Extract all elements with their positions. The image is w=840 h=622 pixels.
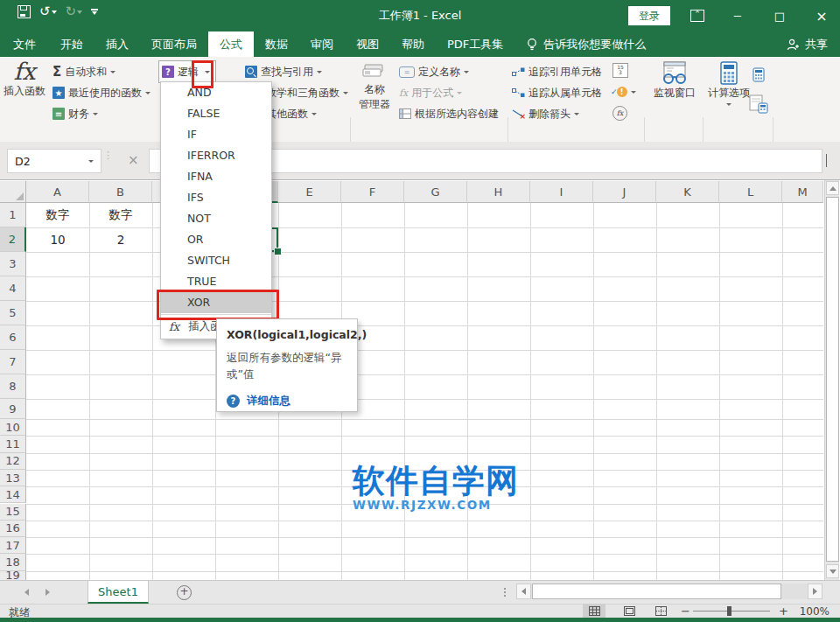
column-header-H[interactable]: H [467, 181, 530, 203]
row-header-18[interactable]: 18 [0, 554, 26, 570]
column-header-I[interactable]: I [530, 181, 593, 203]
row-header-7[interactable]: 7 [0, 350, 26, 374]
name-box-dropdown-arrow[interactable] [88, 160, 94, 163]
evaluate-formula-button[interactable]: fx [612, 104, 627, 122]
expand-formula-bar-button[interactable] [826, 154, 827, 166]
vertical-scrollbar[interactable] [824, 180, 839, 580]
insert-function-button[interactable]: fx 插入函数 [2, 59, 47, 99]
error-checking-button[interactable]: ✓ ! [611, 83, 636, 101]
horizontal-scrollbar[interactable] [516, 584, 822, 599]
create-from-selection-button[interactable]: 根据所选内容创建 [399, 105, 499, 122]
column-header-A[interactable]: A [26, 181, 89, 203]
zoom-out-button[interactable]: − [681, 605, 690, 618]
cell-B2[interactable]: 2 [89, 227, 152, 252]
remove-arrows-button[interactable]: × 删除箭头 [512, 105, 579, 122]
calculate-now-button[interactable] [752, 66, 765, 83]
scroll-left-button[interactable] [516, 584, 531, 599]
row-header-4[interactable]: 4 [0, 276, 26, 301]
share-button[interactable]: 共享 [787, 31, 828, 57]
horizontal-scroll-thumb[interactable] [532, 584, 781, 599]
lookup-reference-button[interactable]: 查找与引用 [245, 63, 322, 80]
ribbon-display-options-button[interactable]: ⌃ [688, 7, 707, 24]
fill-handle[interactable] [274, 248, 282, 255]
cell-B1[interactable]: 数字 [89, 203, 152, 227]
tab-帮助[interactable]: 帮助 [390, 31, 436, 57]
cancel-icon[interactable]: × [128, 152, 139, 168]
trace-dependents-button[interactable]: 追踪从属单元格 [512, 84, 602, 101]
row-header-8[interactable]: 8 [0, 374, 26, 399]
minimize-button[interactable]: ─ [728, 7, 747, 24]
sheet-tab[interactable]: Sheet1 [88, 581, 149, 604]
tab-开始[interactable]: 开始 [49, 31, 94, 57]
tab-文件[interactable]: 文件 [0, 31, 49, 57]
show-formulas-button[interactable]: 153 [612, 61, 628, 79]
menu-item-AND[interactable]: AND [161, 82, 271, 103]
scroll-down-button[interactable] [826, 564, 839, 578]
tab-审阅[interactable]: 审阅 [299, 31, 345, 57]
cell-A1[interactable]: 数字 [26, 203, 89, 227]
page-break-view-button[interactable] [649, 604, 672, 618]
zoom-slider-track[interactable] [693, 611, 770, 612]
scroll-right-button[interactable] [808, 584, 822, 599]
row-header-3[interactable]: 3 [0, 252, 26, 276]
tab-PDF工具集[interactable]: PDF工具集 [436, 31, 514, 57]
row-header-2[interactable]: 2 [0, 227, 26, 252]
tab-数据[interactable]: 数据 [254, 31, 299, 57]
use-in-formula-button[interactable]: fx 用于公式 [399, 84, 462, 101]
tab-公式[interactable]: 公式 [208, 31, 254, 57]
zoom-slider-thumb[interactable] [727, 606, 732, 616]
tooltip-more-link[interactable]: 详细信息 [247, 394, 290, 409]
maximize-button[interactable]: □ [770, 7, 789, 24]
name-box[interactable]: D2 [7, 149, 102, 173]
row-header-17[interactable]: 17 [0, 537, 26, 554]
row-header-9[interactable]: 9 [0, 399, 26, 419]
menu-item-NOT[interactable]: NOT [161, 208, 271, 229]
close-button[interactable]: × [812, 7, 831, 24]
next-sheet-button[interactable] [46, 589, 50, 596]
column-header-L[interactable]: L [719, 181, 782, 203]
column-header-M[interactable]: M [782, 181, 823, 203]
column-header-G[interactable]: G [404, 181, 467, 203]
column-header-K[interactable]: K [656, 181, 719, 203]
tab-视图[interactable]: 视图 [345, 31, 390, 57]
menu-item-IFERROR[interactable]: IFERROR [161, 145, 271, 166]
scroll-up-button[interactable] [826, 181, 839, 195]
menu-item-SWITCH[interactable]: SWITCH [161, 250, 271, 271]
row-header-10[interactable]: 10 [0, 419, 26, 436]
add-sheet-button[interactable]: + [177, 585, 192, 600]
prev-sheet-button[interactable] [24, 589, 29, 596]
menu-item-FALSE[interactable]: FALSE [161, 103, 271, 124]
menu-item-IFS[interactable]: IFS [161, 187, 271, 208]
select-all-corner[interactable] [0, 181, 26, 203]
menu-item-IF[interactable]: IF [161, 124, 271, 145]
tell-me-box[interactable]: 告诉我你想要做什么 [514, 31, 646, 57]
row-header-11[interactable]: 11 [0, 436, 26, 452]
column-header-E[interactable]: E [278, 181, 341, 203]
tab-页面布局[interactable]: 页面布局 [140, 31, 208, 57]
vertical-scroll-thumb[interactable] [826, 197, 839, 562]
worksheet-grid[interactable]: ABCDEFGHIJKLM123456789101112131415161718… [0, 179, 840, 581]
tab-插入[interactable]: 插入 [94, 31, 140, 57]
tab-splitter-handle[interactable] [504, 588, 506, 597]
trace-precedents-button[interactable]: 追踪引用单元格 [512, 63, 602, 80]
row-header-16[interactable]: 16 [0, 521, 26, 537]
name-manager-button[interactable]: 名称 管理器 [354, 61, 396, 112]
zoom-in-button[interactable]: + [779, 605, 788, 618]
watch-window-button[interactable]: 监视窗口 [648, 61, 702, 101]
row-header-6[interactable]: 6 [0, 325, 26, 350]
financial-button[interactable]: ≡ 财务 [52, 105, 98, 122]
calculate-sheet-button[interactable] [749, 95, 768, 113]
login-button[interactable]: 登录 [628, 6, 670, 25]
row-header-13[interactable]: 13 [0, 470, 26, 486]
row-header-1[interactable]: 1 [0, 203, 26, 227]
row-header-12[interactable]: 12 [0, 453, 26, 470]
normal-view-button[interactable] [583, 604, 606, 618]
autosum-button[interactable]: Σ 自动求和 [52, 63, 116, 80]
row-header-5[interactable]: 5 [0, 301, 26, 325]
row-header-15[interactable]: 15 [0, 504, 26, 521]
column-header-B[interactable]: B [89, 181, 152, 203]
page-layout-view-button[interactable] [618, 604, 640, 618]
recent-functions-button[interactable]: ★ 最近使用的函数 [52, 84, 150, 101]
column-header-J[interactable]: J [593, 181, 656, 203]
zoom-level[interactable]: 100% [794, 605, 830, 618]
